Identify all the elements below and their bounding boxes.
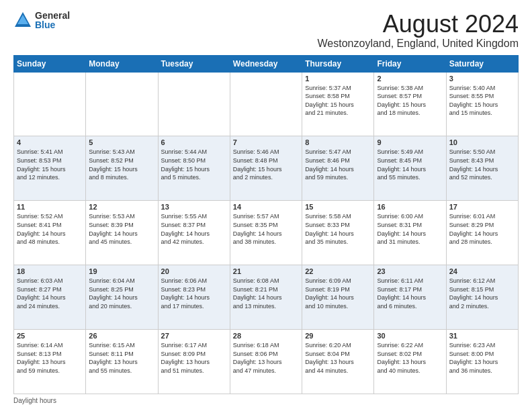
calendar-cell: 15Sunrise: 5:58 AM Sunset: 8:33 PM Dayli… (302, 201, 374, 265)
footer-note: Daylight hours (13, 397, 519, 404)
day-info: Sunrise: 5:38 AM Sunset: 8:57 PM Dayligh… (377, 84, 443, 118)
day-info: Sunrise: 6:12 AM Sunset: 8:15 PM Dayligh… (449, 277, 515, 310)
day-info: Sunrise: 5:52 AM Sunset: 8:41 PM Dayligh… (17, 212, 83, 246)
day-number: 13 (161, 203, 227, 211)
day-info: Sunrise: 5:49 AM Sunset: 8:45 PM Dayligh… (377, 148, 443, 181)
day-info: Sunrise: 6:20 AM Sunset: 8:04 PM Dayligh… (305, 341, 371, 375)
calendar-cell: 16Sunrise: 6:00 AM Sunset: 8:31 PM Dayli… (374, 201, 446, 265)
day-info: Sunrise: 6:01 AM Sunset: 8:29 PM Dayligh… (449, 212, 515, 246)
day-number: 26 (89, 332, 154, 340)
calendar-cell: 3Sunrise: 5:40 AM Sunset: 8:55 PM Daylig… (446, 72, 518, 136)
day-info: Sunrise: 5:44 AM Sunset: 8:50 PM Dayligh… (161, 148, 227, 181)
day-number: 6 (161, 138, 227, 146)
day-number: 8 (305, 138, 371, 146)
day-info: Sunrise: 6:04 AM Sunset: 8:25 PM Dayligh… (89, 277, 154, 310)
calendar-cell: 4Sunrise: 5:41 AM Sunset: 8:53 PM Daylig… (14, 136, 86, 201)
calendar-cell: 19Sunrise: 6:04 AM Sunset: 8:25 PM Dayli… (86, 265, 158, 330)
day-number: 30 (377, 332, 443, 340)
day-info: Sunrise: 6:17 AM Sunset: 8:09 PM Dayligh… (161, 341, 227, 375)
day-number: 22 (305, 267, 371, 275)
calendar-cell (158, 72, 230, 136)
calendar-cell: 17Sunrise: 6:01 AM Sunset: 8:29 PM Dayli… (446, 201, 518, 265)
calendar-week-1: 1Sunrise: 5:37 AM Sunset: 8:58 PM Daylig… (14, 72, 519, 136)
calendar-cell: 9Sunrise: 5:49 AM Sunset: 8:45 PM Daylig… (374, 136, 446, 201)
day-number: 7 (233, 138, 299, 146)
calendar-header-sunday: Sunday (14, 55, 86, 72)
calendar-cell (86, 72, 158, 136)
calendar-header-saturday: Saturday (446, 55, 518, 72)
calendar-cell: 6Sunrise: 5:44 AM Sunset: 8:50 PM Daylig… (158, 136, 230, 201)
day-info: Sunrise: 6:03 AM Sunset: 8:27 PM Dayligh… (17, 277, 83, 310)
day-number: 16 (377, 203, 443, 211)
calendar-cell: 20Sunrise: 6:06 AM Sunset: 8:23 PM Dayli… (158, 265, 230, 330)
day-number: 9 (377, 138, 443, 146)
calendar-cell: 18Sunrise: 6:03 AM Sunset: 8:27 PM Dayli… (14, 265, 86, 330)
calendar-header-monday: Monday (86, 55, 158, 72)
calendar-cell: 21Sunrise: 6:08 AM Sunset: 8:21 PM Dayli… (230, 265, 302, 330)
day-info: Sunrise: 5:57 AM Sunset: 8:35 PM Dayligh… (233, 212, 299, 246)
day-info: Sunrise: 6:09 AM Sunset: 8:19 PM Dayligh… (305, 277, 371, 310)
page: General Blue August 2024 Westonzoyland, … (0, 0, 532, 411)
day-info: Sunrise: 6:11 AM Sunset: 8:17 PM Dayligh… (377, 277, 443, 310)
day-info: Sunrise: 5:55 AM Sunset: 8:37 PM Dayligh… (161, 212, 227, 246)
calendar-cell: 30Sunrise: 6:22 AM Sunset: 8:02 PM Dayli… (374, 330, 446, 394)
calendar-cell: 22Sunrise: 6:09 AM Sunset: 8:19 PM Dayli… (302, 265, 374, 330)
day-number: 15 (305, 203, 371, 211)
title-block: August 2024 Westonzoyland, England, Unit… (318, 11, 519, 50)
day-number: 25 (17, 332, 83, 340)
calendar-cell: 10Sunrise: 5:50 AM Sunset: 8:43 PM Dayli… (446, 136, 518, 201)
day-number: 1 (305, 75, 371, 83)
calendar-cell: 1Sunrise: 5:37 AM Sunset: 8:58 PM Daylig… (302, 72, 374, 136)
day-number: 28 (233, 332, 299, 340)
calendar-cell: 8Sunrise: 5:47 AM Sunset: 8:46 PM Daylig… (302, 136, 374, 201)
calendar-week-4: 18Sunrise: 6:03 AM Sunset: 8:27 PM Dayli… (14, 265, 519, 330)
day-number: 2 (377, 75, 443, 83)
calendar-cell: 2Sunrise: 5:38 AM Sunset: 8:57 PM Daylig… (374, 72, 446, 136)
calendar-header-thursday: Thursday (302, 55, 374, 72)
day-info: Sunrise: 5:58 AM Sunset: 8:33 PM Dayligh… (305, 212, 371, 246)
day-number: 4 (17, 138, 83, 146)
calendar-cell: 14Sunrise: 5:57 AM Sunset: 8:35 PM Dayli… (230, 201, 302, 265)
header: General Blue August 2024 Westonzoyland, … (13, 11, 519, 50)
day-info: Sunrise: 6:14 AM Sunset: 8:13 PM Dayligh… (17, 341, 83, 375)
day-info: Sunrise: 5:43 AM Sunset: 8:52 PM Dayligh… (89, 148, 154, 181)
logo-text: General Blue (35, 11, 70, 30)
calendar-cell (230, 72, 302, 136)
calendar-cell: 5Sunrise: 5:43 AM Sunset: 8:52 PM Daylig… (86, 136, 158, 201)
calendar-cell: 12Sunrise: 5:53 AM Sunset: 8:39 PM Dayli… (86, 201, 158, 265)
day-number: 10 (449, 138, 515, 146)
calendar-cell: 25Sunrise: 6:14 AM Sunset: 8:13 PM Dayli… (14, 330, 86, 394)
day-info: Sunrise: 5:41 AM Sunset: 8:53 PM Dayligh… (17, 148, 83, 181)
day-number: 29 (305, 332, 371, 340)
calendar-week-2: 4Sunrise: 5:41 AM Sunset: 8:53 PM Daylig… (14, 136, 519, 201)
day-info: Sunrise: 5:50 AM Sunset: 8:43 PM Dayligh… (449, 148, 515, 181)
day-info: Sunrise: 5:47 AM Sunset: 8:46 PM Dayligh… (305, 148, 371, 181)
day-number: 14 (233, 203, 299, 211)
calendar-week-5: 25Sunrise: 6:14 AM Sunset: 8:13 PM Dayli… (14, 330, 519, 394)
day-number: 18 (17, 267, 83, 275)
day-info: Sunrise: 6:00 AM Sunset: 8:31 PM Dayligh… (377, 212, 443, 246)
day-info: Sunrise: 6:15 AM Sunset: 8:11 PM Dayligh… (89, 341, 154, 375)
day-number: 17 (449, 203, 515, 211)
day-number: 20 (161, 267, 227, 275)
calendar-week-3: 11Sunrise: 5:52 AM Sunset: 8:41 PM Dayli… (14, 201, 519, 265)
day-info: Sunrise: 5:46 AM Sunset: 8:48 PM Dayligh… (233, 148, 299, 181)
logo-blue-text: Blue (35, 20, 70, 30)
day-number: 12 (89, 203, 154, 211)
calendar-cell: 7Sunrise: 5:46 AM Sunset: 8:48 PM Daylig… (230, 136, 302, 201)
day-number: 11 (17, 203, 83, 211)
day-info: Sunrise: 6:23 AM Sunset: 8:00 PM Dayligh… (449, 341, 515, 375)
logo-icon (13, 11, 32, 30)
calendar-cell: 26Sunrise: 6:15 AM Sunset: 8:11 PM Dayli… (86, 330, 158, 394)
day-info: Sunrise: 5:53 AM Sunset: 8:39 PM Dayligh… (89, 212, 154, 246)
calendar-header-friday: Friday (374, 55, 446, 72)
day-number: 3 (449, 75, 515, 83)
calendar-header-tuesday: Tuesday (158, 55, 230, 72)
calendar-cell: 28Sunrise: 6:18 AM Sunset: 8:06 PM Dayli… (230, 330, 302, 394)
day-number: 31 (449, 332, 515, 340)
day-number: 21 (233, 267, 299, 275)
day-info: Sunrise: 6:06 AM Sunset: 8:23 PM Dayligh… (161, 277, 227, 310)
calendar-header-row: SundayMondayTuesdayWednesdayThursdayFrid… (14, 55, 519, 72)
calendar-cell: 27Sunrise: 6:17 AM Sunset: 8:09 PM Dayli… (158, 330, 230, 394)
calendar-cell: 29Sunrise: 6:20 AM Sunset: 8:04 PM Dayli… (302, 330, 374, 394)
